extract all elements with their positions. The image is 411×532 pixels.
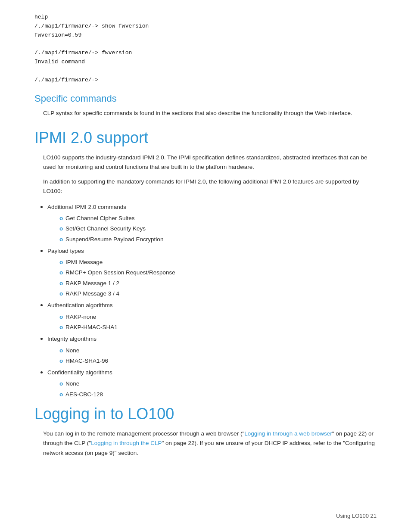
code-block: help /./map1/firmware/-> show fwversion … xyxy=(34,13,377,84)
sub-item-rakp-hmac: RAKP-HMAC-SHA1 xyxy=(59,322,377,333)
list-item-ipmi-commands: Additional IPMI 2.0 commands Get Channel… xyxy=(47,201,377,245)
logging-in-link-clp[interactable]: Logging in through the CLP xyxy=(91,440,162,446)
logging-in-text-before-link1: You can log in to the remote management … xyxy=(43,430,244,437)
sub-list-integrity: None HMAC-SHA1-96 xyxy=(59,345,377,367)
ipmi-feature-list: Additional IPMI 2.0 commands Get Channel… xyxy=(47,201,377,400)
sub-list-confidentiality: None AES-CBC-128 xyxy=(59,379,377,400)
ipmi-paragraph-2: In addition to supporting the mandatory … xyxy=(43,177,377,196)
sub-item-cipher: Get Channel Cipher Suites xyxy=(59,213,377,224)
sub-list-auth: RAKP-none RAKP-HMAC-SHA1 xyxy=(59,312,377,333)
code-line-3: fwversion=0.59 xyxy=(34,31,377,40)
logging-in-paragraph: You can log in to the remote management … xyxy=(43,429,377,458)
list-item-payload-types: Payload types IPMI Message RMCP+ Open Se… xyxy=(47,245,377,299)
specific-commands-heading: Specific commands xyxy=(34,93,377,104)
logging-in-heading: Logging in to LO100 xyxy=(34,405,377,423)
code-line-1: help xyxy=(34,13,377,22)
sub-list-ipmi-commands: Get Channel Cipher Suites Set/Get Channe… xyxy=(59,213,377,245)
page-number: Using LO100 21 xyxy=(336,513,377,519)
sub-item-ipmi-message: IPMI Message xyxy=(59,257,377,268)
ipmi-paragraph-1: LO100 supports the industry-standard IPM… xyxy=(43,153,377,172)
specific-commands-body: CLP syntax for specific commands is foun… xyxy=(43,109,377,118)
sub-item-aes-cbc: AES-CBC-128 xyxy=(59,389,377,400)
sub-item-conf-none: None xyxy=(59,379,377,389)
code-line-6: /./map1/firmware/-> xyxy=(34,76,377,85)
page-container: help /./map1/firmware/-> show fwversion … xyxy=(0,0,411,489)
list-item-confidentiality-algorithms: Confidentiality algorithms None AES-CBC-… xyxy=(47,366,377,400)
sub-item-rmcp: RMCP+ Open Session Request/Response xyxy=(59,268,377,278)
page-footer: Using LO100 21 xyxy=(336,513,377,519)
code-line-4: /./map1/firmware/-> fwversion xyxy=(34,49,377,58)
code-line-5: Invalid command xyxy=(34,58,377,67)
sub-item-hmac-sha1: HMAC-SHA1-96 xyxy=(59,356,377,366)
sub-item-rakp-none: RAKP-none xyxy=(59,312,377,322)
logging-in-link-web-browser[interactable]: Logging in through a web browser xyxy=(244,430,332,437)
ipmi-support-heading: IPMI 2.0 support xyxy=(34,129,377,147)
sub-list-payload-types: IPMI Message RMCP+ Open Session Request/… xyxy=(59,257,377,299)
sub-item-integrity-none: None xyxy=(59,345,377,356)
list-item-integrity-algorithms: Integrity algorithms None HMAC-SHA1-96 xyxy=(47,333,377,366)
sub-item-rakp-1-2: RAKP Message 1 / 2 xyxy=(59,278,377,289)
sub-item-security-keys: Set/Get Channel Security Keys xyxy=(59,224,377,234)
list-item-auth-algorithms: Authentication algorithms RAKP-none RAKP… xyxy=(47,299,377,333)
code-line-2: /./map1/firmware/-> show fwversion xyxy=(34,22,377,31)
sub-item-payload-encryption: Suspend/Resume Payload Encryption xyxy=(59,234,377,245)
sub-item-rakp-3-4: RAKP Message 3 / 4 xyxy=(59,289,377,299)
